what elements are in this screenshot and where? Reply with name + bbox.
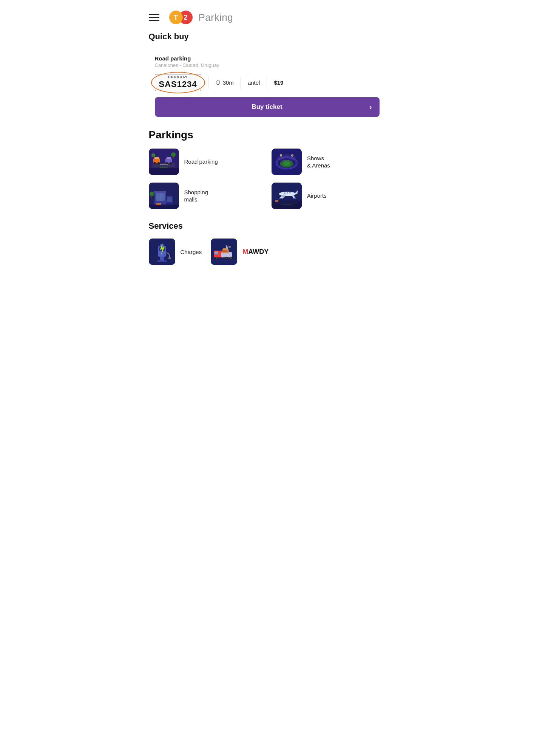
svg-point-6 [157,162,160,164]
qb-duration: 30m [223,79,234,86]
svg-point-49 [289,192,291,194]
svg-rect-60 [157,260,167,262]
svg-point-28 [277,154,296,162]
parking-label-shows: Shows& Arenas [307,155,330,169]
parking-thumb-shopping [149,183,179,209]
plate-country: URUGUAY [159,75,197,79]
parkings-section: Parkings [149,129,386,209]
parking-thumb-road [149,149,179,175]
qb-divider-3 [267,77,267,89]
service-thumb-mawdy [211,239,237,265]
svg-rect-38 [156,203,161,205]
quick-buy-section: Quick buy Road parking Canelones - Ciuda… [149,32,386,117]
svg-rect-37 [149,204,179,209]
service-item-charges[interactable]: Charges [149,239,202,265]
qb-carrier: antel [248,79,260,86]
svg-rect-64 [215,251,218,254]
mawdy-brand-label: MAWDY [242,248,269,256]
svg-point-48 [287,192,288,194]
qb-parking-type: Road parking [155,55,380,62]
mawdy-m: M [242,248,248,256]
app-logo: T 2 Parking [169,11,233,24]
services-title: Services [149,221,386,231]
chevron-right-icon: › [370,103,372,111]
plate-number: SAS1234 [159,79,197,89]
services-section: Services [149,221,386,265]
svg-rect-76 [211,260,237,260]
parking-item-airports[interactable]: Airports [272,183,386,209]
app-name: Parking [199,12,233,23]
svg-rect-12 [153,155,154,158]
svg-point-50 [281,195,285,197]
service-label-charges: Charges [181,249,202,255]
parking-thumb-shows [272,149,302,175]
svg-point-75 [230,257,232,259]
buy-ticket-label: Buy ticket [252,103,282,111]
buy-ticket-button[interactable]: Buy ticket › [155,97,380,117]
license-plate: URUGUAY SAS1234 [155,74,201,91]
app-header: T 2 Parking [149,0,386,32]
service-item-mawdy[interactable]: MAWDY [211,239,269,265]
svg-point-61 [168,257,171,259]
svg-point-67 [228,246,231,248]
parking-label-airports: Airports [307,192,327,200]
parking-item-road[interactable]: Road parking [149,149,263,175]
svg-rect-65 [221,252,232,257]
services-row: Charges [149,239,386,265]
parkings-grid: Road parking [149,149,386,209]
svg-rect-69 [223,248,227,250]
mawdy-rest: AWDY [248,248,269,256]
svg-point-10 [170,162,172,164]
svg-rect-15 [149,168,179,175]
quick-buy-card: Road parking Canelones - Ciudad, Uruguay… [149,48,386,117]
qb-info-row: URUGUAY SAS1234 ⏱ 30m antel $19 [155,74,380,91]
svg-rect-14 [173,156,174,158]
hamburger-menu[interactable] [149,14,159,21]
logo-t2: T 2 [169,11,193,24]
svg-point-9 [166,162,168,164]
plate-wrapper[interactable]: URUGUAY SAS1234 [155,74,201,91]
parkings-title: Parkings [149,129,386,141]
qb-time: ⏱ 30m [215,79,234,86]
qb-divider-2 [241,77,241,89]
svg-rect-53 [281,204,292,204]
svg-rect-35 [167,197,172,202]
svg-rect-36 [154,191,166,193]
svg-point-71 [216,257,218,259]
svg-rect-4 [154,157,159,159]
parking-label-road: Road parking [184,158,218,166]
svg-point-47 [284,192,286,194]
parking-label-shopping: Shoppingmalls [184,189,208,203]
parking-item-shows[interactable]: Shows& Arenas [272,149,386,175]
qb-location: Canelones - Ciudad, Uruguay [155,62,380,68]
svg-rect-2 [160,164,168,165]
logo-t-circle: T [169,11,183,24]
qb-price: $19 [274,79,283,86]
svg-rect-54 [275,200,278,202]
svg-point-73 [226,257,227,259]
svg-rect-8 [167,157,171,159]
svg-point-21 [283,161,290,166]
qb-divider-1 [208,77,208,89]
svg-rect-52 [275,203,298,203]
svg-rect-16 [160,167,168,168]
parking-item-shopping[interactable]: Shoppingmalls [149,183,263,209]
svg-rect-40 [151,195,152,198]
clock-icon: ⏱ [215,79,221,86]
service-thumb-charges [149,239,175,265]
quick-buy-title: Quick buy [149,32,386,42]
parking-thumb-airports [272,183,302,209]
svg-point-5 [154,162,156,164]
